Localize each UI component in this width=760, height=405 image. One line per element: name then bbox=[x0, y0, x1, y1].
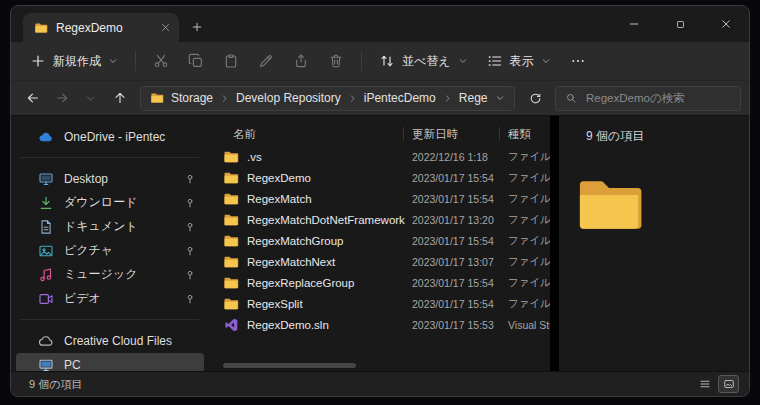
file-row[interactable]: RegexMatchGroup 2023/01/17 15:54 ファイル フォ… bbox=[209, 230, 550, 251]
file-row[interactable]: RegexMatchNext 2023/01/17 13:07 ファイル フォル bbox=[209, 251, 550, 272]
sidebar-item-videos[interactable]: ビデオ bbox=[16, 287, 204, 310]
file-type: Visual Stud bbox=[508, 319, 550, 331]
recent-locations-button[interactable] bbox=[77, 85, 104, 112]
command-bar: 新規作成 並べ替え 表示 bbox=[11, 42, 749, 81]
file-name: RegexSplit bbox=[247, 298, 412, 310]
sidebar-item-downloads[interactable]: ダウンロード bbox=[16, 191, 204, 214]
rename-button[interactable] bbox=[249, 47, 283, 75]
paste-button[interactable] bbox=[214, 47, 248, 75]
pin-icon bbox=[184, 269, 196, 281]
sidebar-item-documents[interactable]: ドキュメント bbox=[16, 215, 204, 238]
breadcrumb-item[interactable]: Storage bbox=[171, 91, 213, 105]
address-row: StorageDevelop RepositoryiPentecDemoRege… bbox=[11, 81, 749, 116]
column-header-name[interactable]: 名前 bbox=[223, 122, 412, 146]
folder-icon bbox=[223, 212, 239, 228]
minimize-icon bbox=[628, 18, 640, 30]
file-name: .vs bbox=[247, 151, 412, 163]
back-button[interactable] bbox=[19, 85, 46, 112]
file-row[interactable]: .vs 2022/12/16 1:18 ファイル フォル bbox=[209, 146, 550, 167]
folder-icon bbox=[223, 275, 239, 291]
file-type: ファイル フォル bbox=[508, 297, 550, 311]
sidebar-item-label: ドキュメント bbox=[64, 218, 174, 235]
arrow-right-icon bbox=[55, 91, 69, 105]
sidebar-item-pictures[interactable]: ピクチャ bbox=[16, 239, 204, 262]
breadcrumb-item[interactable]: Develop Repository bbox=[236, 91, 341, 105]
arrow-up-icon bbox=[113, 91, 127, 105]
sort-label: 並べ替え bbox=[402, 53, 451, 70]
breadcrumb-item[interactable]: RegexDemo bbox=[459, 91, 488, 105]
file-name: RegexMatch bbox=[247, 193, 412, 205]
folder-icon bbox=[223, 149, 239, 165]
tab-close-icon[interactable] bbox=[160, 22, 171, 33]
file-type: ファイル フォル bbox=[508, 150, 550, 164]
toolbar-separator bbox=[135, 51, 136, 71]
thumbnails-view-button[interactable] bbox=[718, 375, 739, 393]
horizontal-scrollbar[interactable] bbox=[223, 363, 540, 368]
breadcrumb-item[interactable]: iPentecDemo bbox=[364, 91, 436, 105]
close-button[interactable] bbox=[703, 6, 749, 42]
file-date-modified: 2022/12/16 1:18 bbox=[412, 151, 508, 163]
file-date-modified: 2023/01/17 15:53 bbox=[412, 319, 508, 331]
thumbnails-view-icon bbox=[723, 378, 735, 390]
refresh-button[interactable] bbox=[522, 85, 549, 112]
forward-button[interactable] bbox=[48, 85, 75, 112]
sidebar-item-onedrive[interactable]: OneDrive - iPentec bbox=[16, 125, 204, 148]
minimize-button[interactable] bbox=[611, 6, 657, 42]
pc-icon bbox=[38, 357, 54, 372]
delete-button[interactable] bbox=[319, 47, 353, 75]
share-button[interactable] bbox=[284, 47, 318, 75]
view-button[interactable]: 表示 bbox=[478, 47, 560, 75]
sidebar-item-music[interactable]: ミュージック bbox=[16, 263, 204, 286]
new-button[interactable]: 新規作成 bbox=[21, 47, 127, 75]
more-icon bbox=[570, 53, 586, 69]
file-row[interactable]: RegexDemo 2023/01/17 15:54 ファイル フォル bbox=[209, 167, 550, 188]
cut-button[interactable] bbox=[144, 47, 178, 75]
scrollbar-thumb[interactable] bbox=[223, 363, 356, 368]
plus-icon bbox=[191, 21, 203, 33]
file-row[interactable]: RegexReplaceGroup 2023/01/17 15:54 ファイル … bbox=[209, 272, 550, 293]
sidebar-item-pc[interactable]: PC bbox=[16, 353, 204, 371]
column-headers: 名前 更新日時 種類 bbox=[209, 122, 550, 146]
chevron-down-icon bbox=[85, 93, 96, 104]
titlebar[interactable]: RegexDemo bbox=[11, 6, 749, 42]
window-controls bbox=[611, 6, 749, 42]
file-date-modified: 2023/01/17 15:54 bbox=[412, 235, 508, 247]
folder-icon bbox=[223, 170, 239, 186]
view-icon bbox=[487, 53, 503, 69]
view-label: 表示 bbox=[510, 53, 534, 70]
sidebar-item-creative-cloud[interactable]: Creative Cloud Files bbox=[16, 329, 204, 352]
maximize-button[interactable] bbox=[657, 6, 703, 42]
file-row[interactable]: RegexDemo.sln 2023/01/17 15:53 Visual St… bbox=[209, 314, 550, 335]
file-date-modified: 2023/01/17 13:07 bbox=[412, 256, 508, 268]
sidebar-item-label: Creative Cloud Files bbox=[64, 334, 196, 348]
chevron-down-icon bbox=[541, 56, 551, 66]
search-input[interactable] bbox=[584, 91, 731, 105]
file-row[interactable]: RegexMatch 2023/01/17 15:54 ファイル フォル bbox=[209, 188, 550, 209]
videos-icon bbox=[38, 291, 54, 307]
column-header-type[interactable]: 種類 bbox=[508, 122, 550, 146]
column-header-date[interactable]: 更新日時 bbox=[412, 122, 508, 146]
new-tab-button[interactable] bbox=[183, 13, 211, 41]
address-dropdown-icon[interactable] bbox=[495, 93, 505, 103]
pin-icon bbox=[184, 245, 196, 257]
pin-icon bbox=[184, 197, 196, 209]
refresh-icon bbox=[529, 92, 542, 105]
tab-regexdemo[interactable]: RegexDemo bbox=[23, 13, 179, 42]
sidebar-item-desktop[interactable]: Desktop bbox=[16, 167, 204, 190]
up-button[interactable] bbox=[106, 85, 133, 112]
sort-icon bbox=[379, 53, 395, 69]
more-button[interactable] bbox=[561, 47, 595, 75]
file-type: ファイル フォル bbox=[508, 234, 550, 248]
copy-button[interactable] bbox=[179, 47, 213, 75]
file-type: ファイル フォル bbox=[508, 213, 550, 227]
folder-icon bbox=[223, 296, 239, 312]
file-row[interactable]: RegexMatchDotNetFramework 2023/01/17 13:… bbox=[209, 209, 550, 230]
pane-divider[interactable] bbox=[550, 116, 559, 371]
details-view-button[interactable] bbox=[694, 375, 715, 393]
file-row[interactable]: RegexSplit 2023/01/17 15:54 ファイル フォル bbox=[209, 293, 550, 314]
address-bar[interactable]: StorageDevelop RepositoryiPentecDemoRege… bbox=[140, 86, 515, 111]
sort-button[interactable]: 並べ替え bbox=[370, 47, 477, 75]
breadcrumb: StorageDevelop RepositoryiPentecDemoRege… bbox=[171, 91, 488, 105]
new-icon bbox=[30, 53, 46, 69]
sidebar-item-label: ビデオ bbox=[64, 290, 174, 307]
